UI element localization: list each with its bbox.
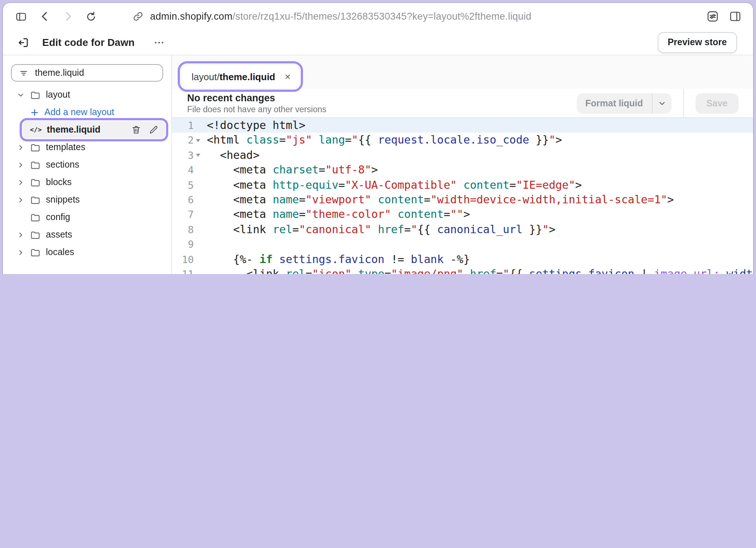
code-text: <!doctype html> (202, 118, 306, 133)
code-line[interactable]: 6 <meta name="viewport" content="width=d… (172, 192, 753, 207)
tab-theme-liquid[interactable]: layout/theme.liquid × (181, 65, 299, 88)
code-line[interactable]: 1<!doctype html> (172, 118, 753, 133)
file-sidebar: theme.liquid layout Add a new layout </> (3, 55, 172, 274)
code-line[interactable]: 8 <link rel="canonical" href="{{ canonic… (172, 222, 753, 237)
url-host: admin.shopify.com (150, 11, 233, 22)
code-text: <head> (202, 148, 260, 163)
exit-button[interactable] (17, 36, 30, 48)
file-filter-input[interactable]: theme.liquid (11, 64, 163, 82)
browser-extensions-icon[interactable] (706, 10, 719, 23)
address-bar[interactable]: admin.shopify.com/store/rzq1xu-f5/themes… (133, 11, 531, 22)
browser-toolbar: admin.shopify.com/store/rzq1xu-f5/themes… (3, 3, 753, 30)
folder-label: templates (46, 142, 85, 152)
code-line[interactable]: 3 <head> (172, 148, 753, 163)
format-liquid-button[interactable]: Format liquid (576, 93, 651, 113)
browser-panel-icon[interactable] (729, 10, 741, 23)
code-text: <meta http-equiv="X-UA-Compatible" conte… (202, 177, 582, 192)
url-text: admin.shopify.com/store/rzq1xu-f5/themes… (150, 11, 531, 22)
sidebar-item-layout[interactable]: layout (11, 86, 163, 103)
sidebar-item-assets[interactable]: assets (11, 226, 163, 243)
folder-icon (30, 194, 41, 205)
screenshot-root: admin.shopify.com/store/rzq1xu-f5/themes… (0, 0, 756, 274)
line-number: 3 (173, 148, 194, 163)
exit-icon (17, 36, 30, 48)
folder-label: snippets (46, 195, 80, 205)
line-number: 4 (173, 163, 194, 177)
line-number: 8 (173, 222, 194, 237)
toolbar-actions: Format liquid Save (576, 89, 739, 118)
fold-spacer (194, 163, 202, 177)
line-number: 2 (173, 133, 194, 148)
plus-icon (30, 107, 39, 117)
edit-file-button[interactable] (149, 125, 159, 135)
line-number: 6 (173, 192, 194, 207)
code-text: <link rel="canonical" href="{{ canonical… (202, 222, 555, 237)
tab-close-button[interactable]: × (285, 71, 291, 82)
fold-toggle-icon[interactable] (194, 148, 202, 163)
file-tree: layout Add a new layout </> theme.liquid (11, 86, 163, 261)
content-area: theme.liquid layout Add a new layout </> (3, 55, 753, 274)
folder-label: sections (46, 160, 79, 170)
code-text: <html class="js" lang="{{ request.locale… (202, 133, 562, 148)
code-editor[interactable]: 1<!doctype html>2<html class="js" lang="… (172, 118, 753, 274)
code-line[interactable]: 4 <meta charset="utf-8"> (172, 163, 753, 177)
link-icon (133, 11, 143, 22)
code-line[interactable]: 11 <link rel="icon" type="image/png" hre… (172, 267, 753, 274)
version-status: No recent changes File does not have any… (187, 93, 326, 114)
more-actions-button[interactable] (154, 37, 165, 48)
folder-icon (30, 159, 41, 170)
browser-sidebar-toggle-icon[interactable] (15, 11, 28, 22)
preview-store-button[interactable]: Preview store (657, 32, 737, 53)
folder-label: assets (46, 230, 72, 240)
code-text: <link rel="icon" type="image/png" href="… (202, 267, 753, 274)
reload-button[interactable] (85, 11, 97, 22)
folder-icon (30, 142, 41, 153)
fold-spacer (194, 207, 202, 222)
forward-button[interactable] (62, 10, 74, 23)
code-line[interactable]: 7 <meta name="theme-color" content=""> (172, 207, 753, 222)
sidebar-item-snippets[interactable]: snippets (11, 191, 163, 208)
sidebar-item-theme-liquid[interactable]: </> theme.liquid (23, 121, 165, 138)
format-options-dropdown[interactable] (652, 93, 672, 113)
save-button[interactable]: Save (696, 93, 739, 113)
fold-spacer (194, 267, 202, 274)
chevron-down-icon (658, 99, 666, 107)
line-number: 5 (173, 177, 194, 192)
chevron-right-icon (17, 178, 25, 186)
fold-spacer (194, 237, 202, 252)
code-text: <meta charset="utf-8"> (202, 163, 378, 177)
folder-icon (30, 212, 41, 223)
editor-panel: layout/theme.liquid × No recent changes … (172, 55, 753, 274)
chevron-right-icon (17, 143, 25, 151)
sidebar-item-blocks[interactable]: blocks (11, 173, 163, 191)
code-line[interactable]: 5 <meta http-equiv="X-UA-Compatible" con… (172, 177, 753, 192)
url-path: /store/rzq1xu-f5/themes/132683530345?key… (233, 11, 532, 22)
sidebar-item-locales[interactable]: locales (11, 243, 163, 261)
back-button[interactable] (39, 10, 51, 23)
line-number: 10 (173, 252, 194, 267)
browser-actions (706, 10, 741, 23)
page-title: Edit code for Dawn (42, 36, 135, 48)
fold-toggle-icon[interactable] (194, 133, 202, 148)
code-text: <meta name="viewport" content="width=dev… (202, 192, 674, 207)
code-line[interactable]: 9 (172, 237, 753, 252)
fold-spacer (194, 192, 202, 207)
code-line[interactable]: 2<html class="js" lang="{{ request.local… (172, 133, 753, 148)
toolbar-divider (683, 89, 684, 118)
line-number: 11 (173, 267, 194, 274)
delete-file-button[interactable] (131, 125, 141, 135)
folder-icon (30, 247, 41, 258)
sidebar-item-sections[interactable]: sections (11, 156, 163, 173)
sidebar-item-config[interactable]: config (11, 208, 163, 226)
add-layout-label: Add a new layout (44, 107, 114, 117)
format-liquid-group: Format liquid (576, 93, 671, 113)
app-header: Edit code for Dawn Preview store (3, 30, 753, 55)
fold-spacer (194, 222, 202, 237)
chevron-right-icon (17, 161, 25, 169)
fold-spacer (194, 177, 202, 192)
code-line[interactable]: 10 {%- if settings.favicon != blank -%} (172, 252, 753, 267)
line-number: 1 (173, 118, 194, 133)
chevron-down-icon (17, 91, 25, 99)
line-number: 9 (173, 237, 194, 252)
pencil-icon (149, 125, 159, 135)
